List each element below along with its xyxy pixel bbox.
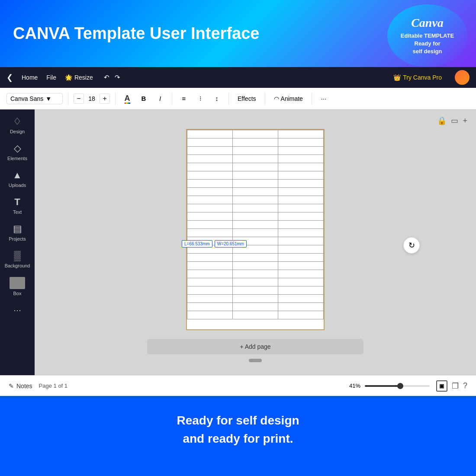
rotate-handle[interactable]: ↻ [403,237,420,254]
sidebar-item-projects[interactable]: ▤ Projects [0,219,35,246]
table-cell [233,221,278,229]
sidebar-apps-button[interactable]: ⋯ [0,300,35,320]
effects-button[interactable]: Effects [234,93,260,104]
table-cell [187,295,233,303]
footer-line2: and ready for print. [183,430,293,448]
table-row [187,254,324,262]
nav-back-chevron[interactable]: ❮ [6,73,13,82]
table-cell [187,188,233,196]
table-row [187,171,324,180]
italic-button[interactable]: I [154,92,167,105]
sidebar-item-design[interactable]: ♢ Design [0,112,35,138]
footer-line1: Ready for self design [177,412,299,430]
lock-icon[interactable]: 🔒 [437,116,447,125]
nav-resize[interactable]: 🌟 Resize [65,74,93,81]
elements-icon: ◇ [14,143,21,154]
sidebar-item-box[interactable]: Box [0,273,35,300]
projects-icon: ▤ [13,223,22,235]
toolbar-divider-6 [312,93,312,105]
nav-home[interactable]: Home [22,74,38,81]
toolbar-divider-5 [265,93,265,105]
table-row [187,278,324,286]
animate-button[interactable]: ◠ Animate [270,93,306,104]
spacing-icon: ↕ [215,95,219,102]
animate-sync-icon: ◠ [274,95,279,102]
sidebar-item-elements[interactable]: ◇ Elements [0,138,35,165]
table-row [187,212,324,221]
zoom-slider[interactable] [365,385,430,387]
redo-icon[interactable]: ↷ [115,74,120,81]
table-cell [278,163,324,171]
table-cell [278,147,324,155]
bottom-right-icons: ▣ ❐ ? [436,380,467,392]
zoom-fill [365,385,401,387]
undo-icon[interactable]: ↶ [104,74,109,81]
sidebar-item-text[interactable]: T Text [0,192,35,219]
copy-icon[interactable]: ▭ [451,116,458,125]
table-row [187,204,324,212]
main-content: ♢ Design ◇ Elements ▲ Uploads T Text ▤ P… [0,109,476,375]
table-cell [187,254,233,262]
add-page-button[interactable]: + Add page [147,339,363,354]
table-cell [278,286,324,295]
table-row [187,180,324,188]
table-cell [187,286,233,295]
help-icon[interactable]: ? [463,381,467,390]
table-cell [278,155,324,163]
bold-button[interactable]: B [137,92,150,105]
list-button[interactable]: ⁝ [194,92,207,105]
uploads-icon: ▲ [13,170,22,181]
font-selector[interactable]: Canva Sans ▼ [6,93,63,104]
table-cell [233,278,278,286]
align-button[interactable]: ≡ [177,92,190,105]
font-size-control: − 18 + [74,93,110,104]
table-cell [278,270,324,278]
table-cell [233,229,278,237]
font-size-increase[interactable]: + [100,93,110,104]
font-dropdown-icon: ▼ [45,95,51,102]
text-label: Text [13,209,22,215]
notes-button[interactable]: ✎ Notes [9,383,32,389]
sidebar: ♢ Design ◇ Elements ▲ Uploads T Text ▤ P… [0,109,35,375]
table-cell [278,311,324,319]
sidebar-item-background[interactable]: ▒ Background [0,246,35,273]
table-cell [233,180,278,188]
table-cell [278,303,324,311]
canvas-area[interactable]: 🔒 ▭ + [35,109,476,375]
page-info: Page 1 of 1 [39,383,68,389]
try-pro-label: Try Canva Pro [403,74,442,81]
more-icon: ··· [321,95,327,102]
scroll-thumb [249,359,262,362]
toolbar-divider-4 [228,93,229,105]
uploads-label: Uploads [9,183,26,188]
more-options-button[interactable]: ··· [317,92,330,105]
table-cell [233,188,278,196]
user-avatar[interactable] [455,70,470,85]
table-cell [187,180,233,188]
bottom-bar: ✎ Notes Page 1 of 1 41% ▣ ❐ ? [0,375,476,396]
badge-text: Editable TEMPLATE Ready for self design [401,32,454,56]
add-frame-icon[interactable]: + [463,116,467,125]
font-size-decrease[interactable]: − [74,93,84,104]
zoom-thumb[interactable] [397,383,403,389]
table-row [187,295,324,303]
table-cell [233,155,278,163]
table-row [187,311,324,319]
table-cell [278,204,324,212]
spacing-button[interactable]: ↕ [210,92,223,105]
table-row [187,130,324,138]
fullscreen-icon[interactable]: ❐ [452,381,459,391]
table-row [187,196,324,204]
table-cell [187,229,233,237]
canvas-toolbar: 🔒 ▭ + [437,116,467,125]
table-row [187,138,324,147]
sidebar-item-uploads[interactable]: ▲ Uploads [0,165,35,192]
nav-try-pro[interactable]: 👑 Try Canva Pro [393,74,442,81]
table-cell [278,138,324,147]
fit-page-button[interactable]: ▣ [436,380,447,392]
table-cell [233,303,278,311]
text-icon: T [14,196,20,208]
canva-badge: Canva Editable TEMPLATE Ready for self d… [387,4,467,67]
text-color-button[interactable]: A [121,92,134,105]
nav-file[interactable]: File [46,74,56,81]
